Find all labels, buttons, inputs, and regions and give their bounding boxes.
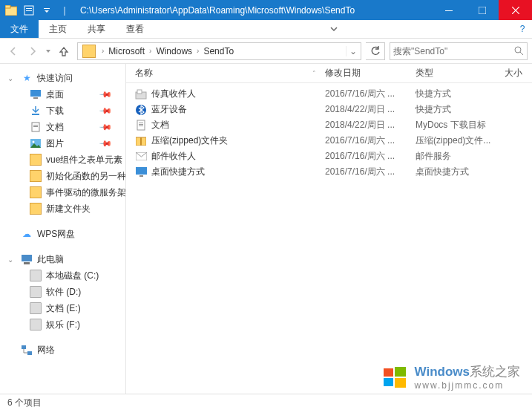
sidebar-item-downloads[interactable]: 下载 📌	[0, 102, 125, 119]
watermark-text: Windows系统之家 www.bjjmmc.com	[415, 363, 520, 391]
sidebar-item-label: 桌面	[46, 88, 64, 101]
zip-icon	[135, 135, 147, 147]
column-name[interactable]: 名称˄	[131, 64, 321, 82]
search-icon[interactable]	[514, 46, 524, 56]
file-name: 桌面快捷方式	[151, 166, 205, 178]
minimize-button[interactable]	[432, 0, 465, 20]
sidebar-drive-d[interactable]: 软件 (D:)	[0, 284, 125, 300]
sidebar-item-recent[interactable]: 事件驱动的微服务架	[0, 184, 125, 201]
svg-rect-27	[139, 126, 143, 126]
crumb-sep: ›	[99, 47, 107, 55]
svg-rect-6	[445, 10, 453, 11]
status-bar: 6 个项目	[0, 394, 532, 407]
tab-share[interactable]: 共享	[77, 20, 116, 38]
file-tab[interactable]: 文件	[0, 20, 39, 38]
sidebar-label: WPS网盘	[37, 228, 75, 241]
svg-rect-19	[22, 345, 26, 349]
expand-ribbon-icon[interactable]	[323, 20, 345, 38]
list-item[interactable]: 文档 2018/4/22/周日 ... MyDocs 下载目标	[126, 117, 532, 133]
sidebar-item-documents[interactable]: 文档 📌	[0, 119, 125, 135]
sidebar-label: 此电脑	[37, 253, 64, 266]
file-type: 桌面快捷方式	[411, 166, 500, 178]
cloud-icon: ☁	[21, 228, 33, 240]
disk-icon	[30, 302, 42, 314]
sidebar-this-pc[interactable]: ⌄ 此电脑	[0, 251, 125, 267]
file-date: 2016/7/16/周六 ...	[321, 166, 411, 178]
sidebar-label: 网络	[37, 344, 55, 356]
column-size[interactable]: 大小	[500, 64, 530, 82]
file-type: 压缩(zipped)文件...	[411, 134, 500, 147]
qat-dropdown-icon[interactable]	[39, 2, 55, 19]
doc-icon	[135, 120, 147, 131]
history-dropdown-icon[interactable]	[43, 48, 53, 54]
list-item[interactable]: 压缩(zipped)文件夹 2016/7/16/周六 ... 压缩(zipped…	[126, 133, 532, 149]
list-item[interactable]: 传真收件人 2016/7/16/周六 ... 快捷方式	[126, 86, 532, 102]
sidebar-quick-access[interactable]: ⌄ ★ 快速访问	[0, 70, 125, 86]
file-type: 快捷方式	[411, 88, 500, 100]
sidebar-item-label: 软件 (D:)	[46, 286, 81, 299]
collapse-icon[interactable]: ⌄	[7, 74, 13, 82]
crumb-windows[interactable]: Windows	[154, 46, 194, 56]
address-dropdown-icon[interactable]: ⌄	[346, 46, 359, 56]
list-item[interactable]: 桌面快捷方式 2016/7/16/周六 ... 桌面快捷方式	[126, 164, 532, 180]
navigation-pane: ⌄ ★ 快速访问 桌面 📌 下载 📌 文档 📌 图片 📌 vue组件之表单元素 …	[0, 64, 126, 394]
svg-rect-25	[139, 123, 143, 123]
column-date[interactable]: 修改日期	[321, 64, 411, 82]
watermark: Windows系统之家 www.bjjmmc.com	[382, 363, 520, 391]
properties-icon[interactable]	[21, 2, 37, 19]
disk-icon	[30, 286, 42, 298]
pin-icon: 📌	[98, 120, 112, 134]
sidebar-item-label: 下载	[46, 105, 64, 117]
crumb-microsoft[interactable]: Microsoft	[107, 46, 146, 56]
download-icon	[30, 105, 42, 117]
tab-home[interactable]: 主页	[39, 20, 77, 38]
sidebar-drive-c[interactable]: 本地磁盘 (C:)	[0, 267, 125, 284]
svg-rect-14	[33, 126, 38, 127]
forward-button[interactable]	[24, 42, 42, 60]
sidebar-item-recent[interactable]: 初始化函数的另一种	[0, 168, 125, 184]
crumb-sendto[interactable]: SendTo	[202, 46, 235, 56]
sidebar-item-label: 初始化函数的另一种	[46, 170, 126, 183]
svg-rect-33	[384, 368, 393, 377]
sidebar-label: 快速访问	[37, 72, 73, 85]
svg-rect-26	[139, 124, 143, 125]
pc-icon	[21, 253, 33, 265]
windows-logo-icon	[382, 364, 409, 391]
explorer-icon[interactable]	[3, 2, 19, 19]
folder-icon	[30, 154, 42, 166]
search-box[interactable]	[390, 42, 528, 60]
list-item[interactable]: 蓝牙设备 2018/4/22/周日 ... 快捷方式	[126, 102, 532, 117]
help-icon[interactable]: ?	[513, 20, 532, 38]
pin-icon: 📌	[98, 87, 112, 101]
body: ⌄ ★ 快速访问 桌面 📌 下载 📌 文档 📌 图片 📌 vue组件之表单元素 …	[0, 64, 532, 394]
svg-rect-7	[479, 7, 486, 14]
svg-rect-35	[384, 378, 393, 386]
close-button[interactable]	[499, 0, 532, 20]
sidebar-wps[interactable]: ☁ WPS网盘	[0, 226, 125, 242]
up-button[interactable]	[55, 42, 73, 60]
sidebar-drive-f[interactable]: 娱乐 (F:)	[0, 316, 125, 333]
maximize-button[interactable]	[465, 0, 499, 20]
svg-rect-11	[32, 114, 39, 115]
desktop-icon	[135, 166, 147, 178]
back-button[interactable]	[4, 42, 22, 60]
tab-view[interactable]: 查看	[116, 20, 154, 38]
pin-icon: 📌	[98, 136, 112, 150]
sidebar-item-pictures[interactable]: 图片 📌	[0, 135, 125, 152]
collapse-icon[interactable]: ⌄	[7, 255, 13, 264]
list-item[interactable]: 邮件收件人 2016/7/16/周六 ... 邮件服务	[126, 149, 532, 164]
sidebar-item-desktop[interactable]: 桌面 📌	[0, 86, 125, 102]
search-input[interactable]	[393, 46, 524, 56]
file-date: 2016/7/16/周六 ...	[321, 88, 411, 100]
quick-access-toolbar: |	[0, 2, 76, 19]
sidebar-item-recent[interactable]: 新建文件夹	[0, 201, 125, 217]
qat-separator: |	[56, 2, 73, 19]
column-type[interactable]: 类型	[411, 64, 500, 82]
address-bar[interactable]: › Microsoft › Windows › SendTo ⌄	[77, 42, 361, 60]
sidebar-item-recent[interactable]: vue组件之表单元素	[0, 152, 125, 168]
file-type: MyDocs 下载目标	[411, 119, 500, 131]
svg-rect-36	[395, 378, 406, 388]
refresh-button[interactable]	[366, 42, 385, 60]
sidebar-network[interactable]: 网络	[0, 342, 125, 358]
sidebar-drive-e[interactable]: 文档 (E:)	[0, 300, 125, 316]
